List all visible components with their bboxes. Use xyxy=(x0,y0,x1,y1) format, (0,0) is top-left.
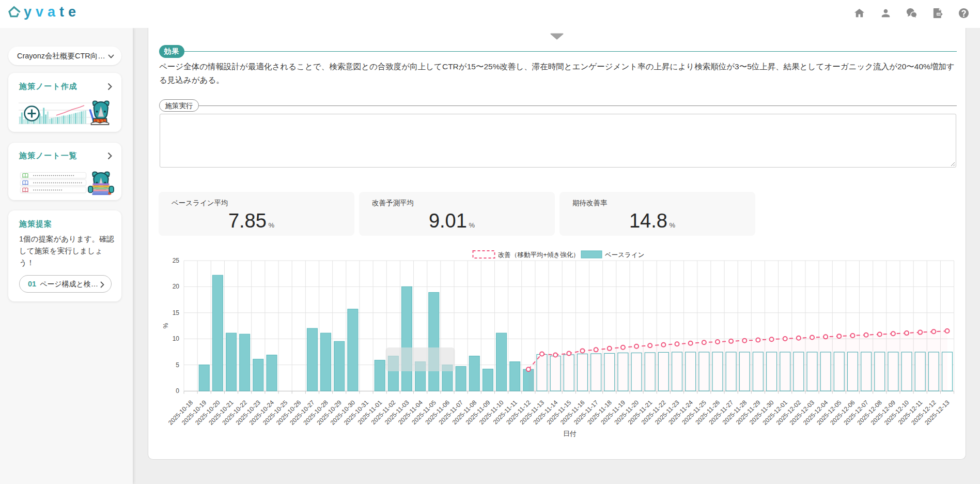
svg-text:ベースライン: ベースライン xyxy=(605,251,644,259)
svg-text:10: 10 xyxy=(173,335,180,342)
svg-text:yvate: yvate xyxy=(24,4,80,20)
svg-text:5: 5 xyxy=(176,361,179,369)
svg-text:15: 15 xyxy=(173,309,180,316)
svg-text:20: 20 xyxy=(173,283,180,290)
svg-text:0: 0 xyxy=(176,387,179,395)
svg-text:改善（移動平均+傾き強化）: 改善（移動平均+傾き強化） xyxy=(498,251,580,259)
svg-text:25: 25 xyxy=(173,257,180,264)
svg-text:%: % xyxy=(162,323,169,328)
svg-text:日付: 日付 xyxy=(563,430,577,437)
